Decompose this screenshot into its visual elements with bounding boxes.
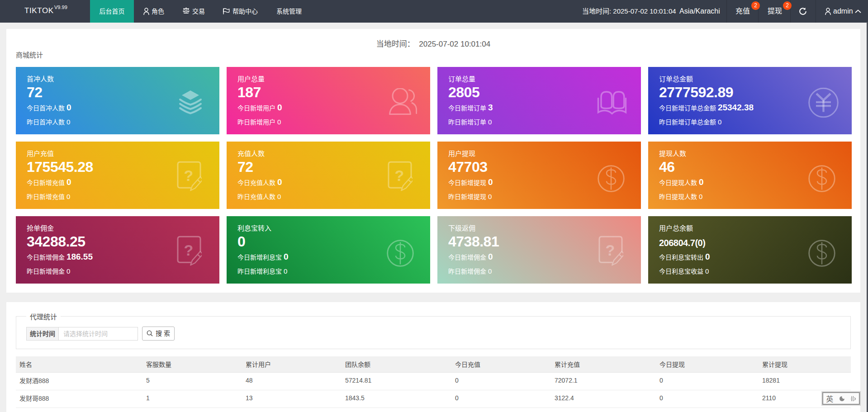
svg-text:?: ?: [184, 242, 194, 259]
svg-text:?: ?: [606, 242, 615, 259]
svg-text:?: ?: [184, 167, 194, 184]
svg-text:?: ?: [395, 167, 404, 184]
